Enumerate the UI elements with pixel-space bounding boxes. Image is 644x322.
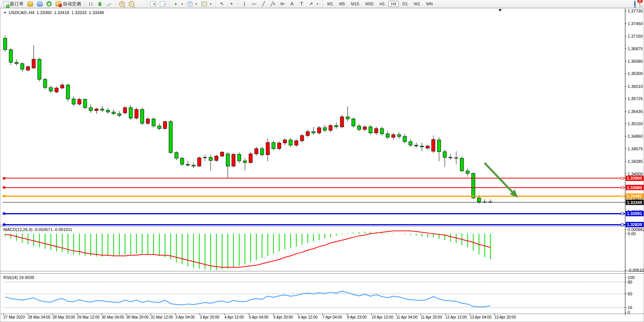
toolbar-group-trade: 新订单 自动交易 — [0, 0, 84, 8]
date-label: 31 Mar 12:00 — [151, 315, 173, 319]
candle — [283, 140, 287, 143]
candle — [357, 126, 361, 129]
candlestick-button[interactable] — [96, 1, 105, 6]
mt4-window: 新订单 自动交易 + − +▼ ▼ ▼ — [0, 0, 644, 322]
toolbar-group-objects: | — ╱ ╱E ≡F A T ↗▼ — [238, 0, 322, 8]
line-handle[interactable] — [621, 187, 623, 189]
price-tick-label: 1.36875 — [628, 46, 643, 51]
candle — [9, 49, 13, 62]
arrows-icon: ↗ — [308, 2, 314, 6]
timeframe-d1[interactable]: D1 — [400, 1, 410, 7]
candle — [312, 132, 315, 133]
crosshair-button[interactable]: + — [227, 1, 236, 7]
indicators-button[interactable]: +▼ — [171, 1, 185, 7]
notifications-button[interactable]: 1 — [639, 1, 640, 6]
candle — [129, 108, 132, 118]
bar-chart-button[interactable] — [86, 1, 96, 6]
candle — [277, 143, 281, 149]
new-order-button[interactable]: 新订单 — [2, 0, 26, 8]
symbol-period-label: USDCAD-,H4 — [9, 10, 34, 15]
community-icon — [37, 1, 43, 6]
date-label: 3 Apr 04:00 — [175, 315, 195, 319]
timeframe-m5[interactable]: M5 — [336, 1, 348, 7]
templates-button[interactable]: ▼ — [199, 1, 214, 7]
candle — [437, 140, 441, 152]
candle — [323, 128, 327, 131]
timeframe-h1[interactable]: H1 — [377, 1, 387, 7]
vertical-line-button[interactable]: | — [240, 1, 249, 7]
ohlc-low: 1.33333 — [72, 10, 87, 15]
trendline-icon: ╱ — [261, 2, 266, 6]
candle — [140, 109, 144, 123]
candle — [397, 135, 401, 137]
line-handle[interactable] — [621, 177, 623, 179]
price-badge-label: 1.33091 — [627, 211, 642, 216]
timeframe-m1[interactable]: M1 — [325, 1, 336, 7]
date-label: 30 Mar 04:00 — [102, 315, 124, 319]
candle — [118, 114, 121, 116]
channel-button[interactable]: ╱E — [268, 1, 278, 7]
date-label: 13 Apr 04:00 — [470, 315, 492, 319]
candle — [449, 157, 452, 158]
timeframe-mn[interactable]: MN — [424, 1, 435, 7]
periods-button[interactable]: ▼ — [185, 1, 199, 7]
zoom-out-button[interactable]: − — [127, 1, 136, 7]
timeframe-m15[interactable]: M15 — [348, 1, 362, 7]
candle — [346, 117, 349, 119]
signals-button[interactable] — [45, 1, 54, 7]
line-handle[interactable] — [621, 212, 623, 215]
search-button[interactable] — [634, 1, 636, 6]
rsi-scale-label: 100 — [628, 275, 634, 280]
one-click-trading-toggle[interactable]: ▼ — [3, 11, 6, 14]
chevron-down-icon: ▼ — [316, 3, 319, 5]
rsi-scale-label: 0 — [628, 310, 630, 315]
line-handle[interactable] — [3, 177, 5, 179]
line-handle[interactable] — [621, 223, 623, 226]
line-handle[interactable] — [3, 212, 5, 215]
tile-windows-button[interactable] — [136, 1, 145, 6]
text-button[interactable]: A — [287, 1, 297, 7]
community-button[interactable] — [35, 1, 45, 7]
line-handle[interactable] — [3, 223, 5, 226]
trendline-button[interactable]: ╱ — [259, 1, 268, 7]
price-badge-label: 1.33349 — [627, 200, 642, 205]
candle — [295, 141, 298, 145]
line-handle[interactable] — [3, 187, 5, 189]
candle — [203, 157, 207, 158]
zoom-in-button[interactable]: + — [117, 1, 127, 7]
zoom-out-icon: − — [129, 1, 134, 7]
autotrading-button[interactable]: 自动交易 — [54, 0, 83, 8]
line-handle[interactable] — [3, 195, 5, 197]
macd-scale-label: 0.00 — [628, 231, 636, 236]
horizontal-line-button[interactable]: — — [249, 1, 259, 7]
chart-shift-button[interactable] — [158, 1, 167, 7]
candle — [306, 132, 309, 135]
market-button[interactable] — [26, 1, 35, 7]
line-handle[interactable] — [621, 195, 623, 197]
chart-title: ▼ USDCAD-,H4 1.33360 1.33418 1.33333 1.3… — [3, 10, 104, 15]
candle — [300, 135, 304, 141]
auto-scroll-button[interactable] — [148, 1, 158, 7]
candle — [169, 121, 172, 152]
macd-scale-label: -0.005107 — [628, 268, 644, 273]
shift-end-marker[interactable] — [499, 9, 502, 11]
timeframe-m30[interactable]: M30 — [363, 1, 376, 7]
cursor-button[interactable]: ↖ — [217, 1, 227, 7]
candle — [15, 62, 18, 64]
timeframe-w1[interactable]: W1 — [411, 1, 423, 7]
ohlc-high: 1.33418 — [54, 10, 69, 15]
arrows-button[interactable]: ↗▼ — [306, 1, 321, 7]
line-chart-button[interactable] — [105, 1, 114, 6]
fibonacci-button[interactable]: ≡F — [278, 1, 287, 7]
text-label-button[interactable]: T — [297, 1, 306, 7]
date-label: 28 Mar 04:00 — [28, 315, 51, 319]
timeframe-h4[interactable]: H4 — [388, 1, 399, 7]
chevron-down-icon: ▼ — [195, 3, 198, 5]
price-badge-label: 1.33689 — [627, 185, 642, 190]
date-label: 28 Mar 20:00 — [53, 315, 75, 319]
candle — [38, 59, 41, 80]
rsi-scale-label: 15 — [628, 305, 632, 310]
candle — [55, 88, 58, 92]
candle — [243, 161, 247, 163]
chart-canvas[interactable]: 1.377351.374501.371601.368751.365851.363… — [0, 8, 644, 322]
